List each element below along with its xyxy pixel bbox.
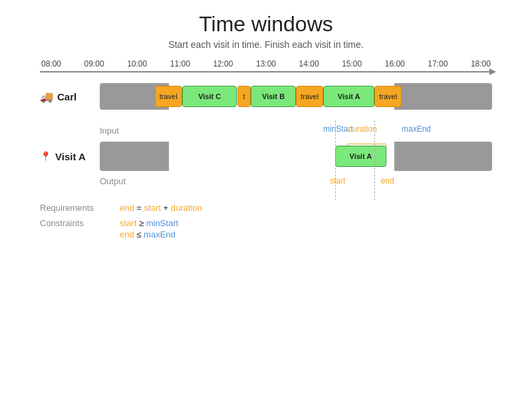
visit-a-name: Visit A (55, 151, 86, 162)
constraints-label: Constraints (40, 218, 120, 228)
carl-label: 🚚 Carl (40, 90, 100, 103)
formula-plus: + (163, 203, 170, 213)
time-label-0: 08:00 (41, 59, 61, 68)
visit-a-block: Visit A (335, 146, 386, 167)
carl-travel-3: travel (374, 86, 402, 107)
time-label-2: 10:00 (127, 59, 147, 68)
end-output-label: end (381, 176, 394, 186)
time-label-4: 12:00 (213, 59, 233, 68)
constraint-end: end (120, 229, 134, 239)
input-label: Input (100, 126, 119, 136)
time-label-8: 16:00 (385, 59, 405, 68)
carl-visit-a: Visit A (323, 86, 374, 107)
time-label-3: 11:00 (170, 59, 190, 68)
duration-label: duration (348, 124, 377, 134)
constraint-start: start (120, 218, 136, 228)
constraint-leq: ≤ (136, 229, 144, 239)
formula-end: end (120, 203, 134, 213)
carl-visit-c: Visit C (182, 86, 237, 107)
requirements-formula: end = start + duration (120, 203, 202, 213)
visit-a-gantt-bar: Visit A (100, 142, 492, 171)
page-subtitle: Start each visit in time. Finish each vi… (0, 39, 532, 50)
requirements-label: Requirements (40, 203, 120, 213)
time-label-10: 18:00 (471, 59, 491, 68)
time-label-6: 14:00 (299, 59, 319, 68)
output-label: Output (100, 176, 126, 186)
carl-travel-1: travel (155, 86, 182, 107)
constraint-line-1: start ≥ minStart (120, 218, 178, 228)
min-start-dashed-line (335, 120, 336, 200)
carl-gantt-bar: travel Visit C t Visit B travel Visit A (100, 83, 492, 110)
timeline-axis-line (40, 71, 492, 72)
page-title: Time windows (0, 12, 532, 37)
constraints-content: start ≥ minStart end ≤ maxEnd (120, 218, 178, 239)
timeline-axis-labels: 08:00 09:00 10:00 11:00 12:00 13:00 14:0… (40, 59, 492, 68)
carl-name: Carl (57, 91, 76, 102)
time-label-1: 09:00 (84, 59, 104, 68)
constraints-row: Constraints start ≥ minStart end ≤ maxEn… (40, 218, 492, 239)
carl-travel-2: travel (296, 86, 323, 107)
visit-a-label: 📍 Visit A (40, 151, 100, 162)
time-label-5: 13:00 (256, 59, 276, 68)
start-output-label: start (330, 176, 345, 186)
time-label-9: 17:00 (428, 59, 448, 68)
constraint-max-end: maxEnd (144, 229, 176, 239)
requirements-row: Requirements end = start + duration (40, 203, 492, 213)
carl-visit-b: Visit B (251, 86, 296, 107)
max-end-label: maxEnd (402, 124, 431, 134)
pin-icon: 📍 (40, 151, 51, 162)
constraint-line-2: end ≤ maxEnd (120, 229, 178, 239)
time-label-7: 15:00 (342, 59, 362, 68)
formula-equals: = (136, 203, 144, 213)
truck-icon: 🚚 (40, 90, 53, 103)
formula-duration: duration (171, 203, 202, 213)
formula-start: start (144, 203, 161, 213)
carl-travel-short: t (237, 86, 251, 107)
end-dashed-line (374, 120, 375, 200)
constraint-geq: ≥ (139, 218, 146, 228)
constraint-min-start: minStart (146, 218, 178, 228)
